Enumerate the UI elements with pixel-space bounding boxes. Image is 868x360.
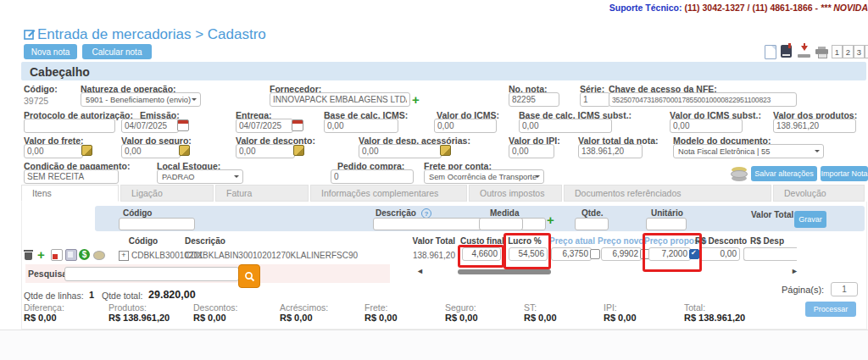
- new-document-icon[interactable]: [765, 45, 776, 59]
- calculator-icon[interactable]: [179, 145, 190, 156]
- calendar-icon[interactable]: [292, 119, 303, 131]
- summary-label: IPI:: [604, 302, 617, 313]
- filtro-medida-input[interactable]: [479, 218, 523, 230]
- add-row-icon[interactable]: +: [37, 248, 45, 261]
- codigo-value: 39725: [24, 96, 48, 106]
- entrada-mercadorias-page: Suporte Técnico: (11) 3042-1327 / (11) 4…: [0, 0, 868, 360]
- tab-documentos-referenciados[interactable]: Documentos referênciados: [564, 185, 771, 202]
- pedido-compra-input[interactable]: [331, 169, 414, 184]
- col-valor-total: Valor Total: [407, 236, 455, 246]
- summary-value: R$ 138.961,20: [108, 313, 170, 323]
- printer-icon[interactable]: [815, 47, 829, 58]
- valor-frete-input[interactable]: [24, 144, 83, 158]
- filtro-valor-total-label: Valor Total: [751, 210, 793, 219]
- summary-label: Total:: [684, 302, 705, 313]
- valor-icms-subst-input[interactable]: [670, 119, 743, 133]
- col-preco-atual[interactable]: Preço atual: [549, 236, 590, 246]
- paginas-input[interactable]: [831, 282, 858, 296]
- protocolo-input[interactable]: [24, 119, 115, 133]
- natureza-select[interactable]: 5901 - Beneficiamento (envio): [81, 92, 201, 107]
- filtro-qtde-input[interactable]: [575, 218, 609, 230]
- qtde-total-label: Qtde total:: [102, 291, 142, 301]
- tab-fatura[interactable]: Fatura: [215, 185, 309, 202]
- chevron-down-icon: [535, 175, 540, 180]
- valor-total-nota-input[interactable]: [578, 144, 643, 158]
- pesquisa-input[interactable]: [64, 267, 239, 281]
- filtro-codigo-input[interactable]: [119, 218, 195, 230]
- filtro-medida-label: Medida: [490, 208, 519, 218]
- col-preco-novo[interactable]: Preço novo: [598, 236, 638, 246]
- tab-informacoes-complementares[interactable]: Informações complementares: [310, 185, 467, 202]
- calculator-icon[interactable]: [293, 145, 304, 156]
- frete-conta-select-value: Sem Ocorrência de Transporte: [429, 173, 537, 181]
- clipboard-icon[interactable]: [65, 249, 77, 261]
- emissao-input[interactable]: [121, 119, 179, 133]
- importar-nota-button[interactable]: Importar Nota: [821, 166, 868, 181]
- fornecedor-input[interactable]: [270, 92, 410, 107]
- valor-ipi-input[interactable]: [509, 144, 554, 158]
- row-descricao: CDXBKLABIN30010201270KLALINERFSC90: [185, 251, 358, 260]
- support-label: Suporte Técnico:: [609, 3, 682, 13]
- modelo-select-value: Nota Fiscal Eletrônica | 55: [678, 147, 770, 156]
- add-item-filter-icon[interactable]: +: [547, 213, 554, 226]
- search-button[interactable]: [238, 264, 260, 288]
- coin-icon[interactable]: [93, 251, 105, 260]
- tab-outros-impostos[interactable]: Outros impostos: [469, 185, 562, 202]
- no-nota-input[interactable]: [509, 92, 559, 107]
- tab-devolucao[interactable]: Devolução: [773, 185, 865, 202]
- calcular-nota-button[interactable]: Calcular nota: [82, 44, 152, 59]
- page-title: Entrada de mercadorias > Cadastro: [37, 26, 266, 43]
- expand-row-icon[interactable]: +: [119, 251, 129, 261]
- scroll-right-icon[interactable]: ►: [791, 267, 798, 275]
- base-icms-subst-input[interactable]: [519, 119, 612, 133]
- page-2-button[interactable]: 2: [843, 45, 854, 58]
- tab-itens[interactable]: Itens: [21, 185, 119, 202]
- coins-icon[interactable]: [731, 170, 748, 178]
- scrollbar-thumb[interactable]: [458, 269, 551, 274]
- desconto-field[interactable]: 0,00: [699, 247, 740, 261]
- book-icon[interactable]: [781, 45, 792, 58]
- salvar-alteracoes-button[interactable]: Salvar alterações: [751, 166, 817, 181]
- download-icon[interactable]: [798, 46, 811, 58]
- filtro-codigo-label: Código: [123, 208, 152, 218]
- paginas-label: Página(s):: [782, 285, 824, 295]
- gravar-button[interactable]: Gravar: [794, 211, 826, 228]
- entrega-input[interactable]: [236, 119, 293, 133]
- preco-atual-field[interactable]: 6,3750: [551, 247, 592, 261]
- filtro-descricao-label: Descrição: [376, 208, 416, 218]
- filtro-unitario-input[interactable]: [646, 218, 687, 230]
- dollar-icon[interactable]: $: [79, 249, 90, 260]
- condicao-input[interactable]: [24, 169, 119, 184]
- local-estoque-select[interactable]: PADRAO: [157, 169, 243, 184]
- valor-icms-input[interactable]: [434, 119, 497, 133]
- local-estoque-select-value: PADRAO: [162, 173, 195, 181]
- tab-ligacao[interactable]: Ligação: [120, 185, 214, 202]
- preco-atual-checkbox[interactable]: [590, 249, 600, 259]
- modelo-select[interactable]: Nota Fiscal Eletrônica | 55: [673, 144, 824, 158]
- scroll-left-icon[interactable]: ◄: [416, 267, 424, 275]
- nova-nota-button[interactable]: Nova nota: [24, 44, 77, 59]
- preco-novo-field[interactable]: 6,9902: [601, 247, 642, 261]
- calculator-icon[interactable]: [81, 145, 92, 156]
- desp-field-partial[interactable]: [743, 247, 797, 261]
- valor-desp-input[interactable]: [359, 144, 442, 158]
- frete-conta-select[interactable]: Sem Ocorrência de Transporte: [424, 169, 544, 184]
- page-4-button-partial[interactable]: [865, 45, 868, 58]
- serie-input[interactable]: [580, 92, 610, 107]
- add-fornecedor-icon[interactable]: +: [412, 93, 420, 106]
- red-corner-icon[interactable]: [51, 249, 63, 261]
- calendar-icon[interactable]: [177, 119, 189, 131]
- summary-label: Seguro:: [445, 302, 476, 313]
- page-1-button[interactable]: 1: [832, 45, 843, 58]
- summary-label: Produtos:: [108, 302, 147, 313]
- valor-produtos-input[interactable]: [773, 119, 856, 133]
- chave-nfe-input[interactable]: [609, 92, 797, 107]
- natureza-select-value: 5901 - Beneficiamento (envio): [86, 96, 191, 104]
- processar-button[interactable]: Processar: [805, 302, 856, 317]
- trash-icon[interactable]: [24, 249, 33, 260]
- base-icms-input[interactable]: [324, 119, 398, 133]
- calculator-icon[interactable]: [440, 145, 451, 156]
- page-3-button[interactable]: 3: [854, 45, 865, 58]
- valor-desconto-input[interactable]: [236, 144, 295, 158]
- valor-seguro-input[interactable]: [121, 144, 181, 158]
